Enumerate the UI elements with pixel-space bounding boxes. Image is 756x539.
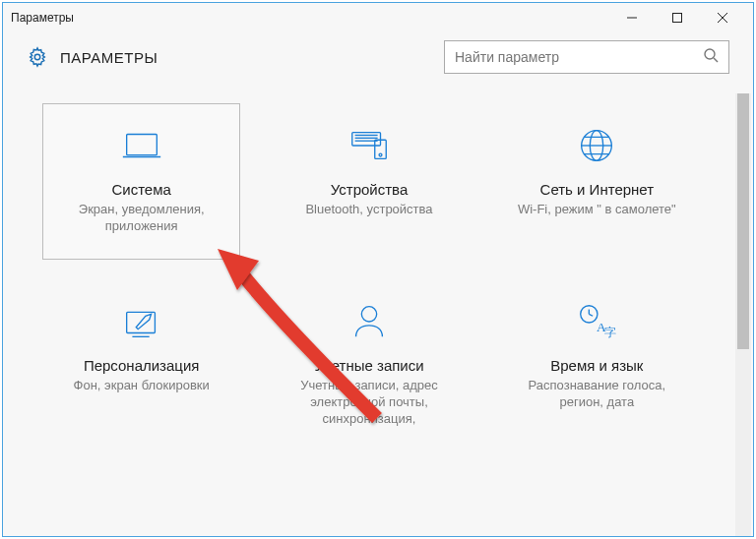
tile-accounts[interactable]: Учетные записи Учетные записи, адрес эле… <box>270 279 468 452</box>
svg-point-5 <box>705 49 715 59</box>
search-icon <box>703 47 719 67</box>
scrollbar-thumb[interactable] <box>737 93 749 349</box>
tile-title: Система <box>53 181 229 198</box>
svg-point-21 <box>581 305 598 322</box>
minimize-button[interactable] <box>609 3 655 32</box>
tile-subtitle: Распознавание голоса, регион, дата <box>509 378 685 411</box>
tile-subtitle: Экран, уведомления, приложения <box>53 202 229 235</box>
settings-grid: Система Экран, уведомления, приложения У… <box>3 93 735 451</box>
display-icon <box>53 122 229 169</box>
tile-personalization[interactable]: Персонализация Фон, экран блокировки <box>42 279 240 452</box>
window-controls <box>609 3 745 32</box>
window-title: Параметры <box>11 11 74 25</box>
titlebar: Параметры <box>3 3 753 32</box>
svg-point-4 <box>34 54 40 60</box>
svg-rect-1 <box>673 14 682 23</box>
tile-devices[interactable]: Устройства Bluetooth, устройства <box>270 103 468 260</box>
tile-network[interactable]: Сеть и Интернет Wi-Fi, режим " в самолет… <box>498 103 696 260</box>
search-box[interactable] <box>444 40 729 74</box>
tile-subtitle: Учетные записи, адрес электронной почты,… <box>281 378 457 428</box>
tile-time-language[interactable]: A 字 Время и язык Распознавание голоса, р… <box>498 279 696 452</box>
tile-subtitle: Bluetooth, устройства <box>281 202 457 218</box>
svg-line-6 <box>714 58 718 62</box>
svg-rect-7 <box>126 135 157 155</box>
settings-window: Параметры ПАРАМЕТРЫ <box>2 2 754 537</box>
svg-text:字: 字 <box>604 326 616 339</box>
page-title: ПАРАМЕТРЫ <box>60 49 158 66</box>
devices-icon <box>281 122 457 169</box>
svg-line-23 <box>590 314 594 316</box>
tile-title: Время и язык <box>509 357 685 374</box>
scrollbar[interactable] <box>735 93 751 536</box>
svg-point-20 <box>361 306 376 321</box>
close-button[interactable] <box>700 3 745 32</box>
tile-title: Персонализация <box>53 357 229 374</box>
svg-point-14 <box>379 153 382 156</box>
svg-rect-9 <box>352 133 381 146</box>
maximize-button[interactable] <box>655 3 700 32</box>
header-left: ПАРАМЕТРЫ <box>27 46 158 68</box>
personalization-icon <box>53 298 229 345</box>
search-input[interactable] <box>455 49 703 65</box>
globe-icon <box>509 122 685 169</box>
tile-title: Сеть и Интернет <box>509 181 685 198</box>
header: ПАРАМЕТРЫ <box>3 32 753 93</box>
tile-subtitle: Wi-Fi, режим " в самолете" <box>509 202 685 218</box>
time-language-icon: A 字 <box>509 298 685 345</box>
tile-system[interactable]: Система Экран, уведомления, приложения <box>42 103 240 260</box>
tile-title: Устройства <box>281 181 457 198</box>
content-area: Система Экран, уведомления, приложения У… <box>3 93 753 536</box>
person-icon <box>281 298 457 345</box>
gear-icon <box>27 46 48 68</box>
tile-title: Учетные записи <box>281 357 457 374</box>
tile-subtitle: Фон, экран блокировки <box>53 378 229 394</box>
